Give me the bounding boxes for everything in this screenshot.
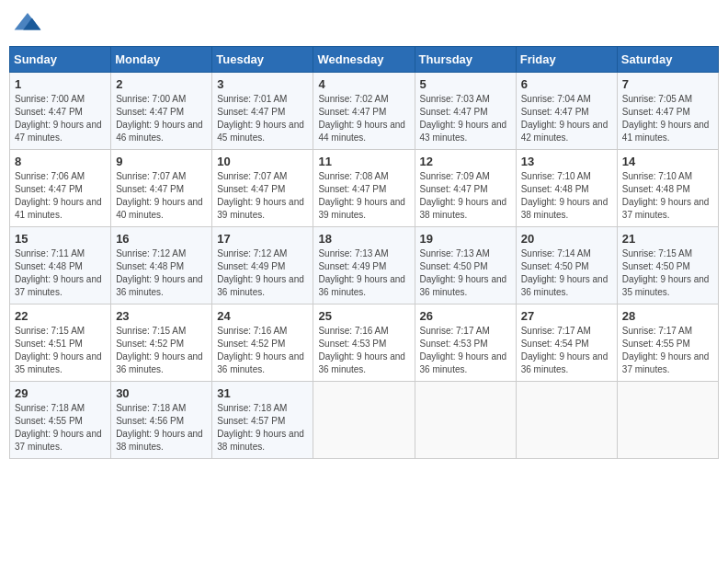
day-info: Sunrise: 7:16 AMSunset: 4:52 PMDaylight:… [217,325,308,376]
day-info: Sunrise: 7:00 AMSunset: 4:47 PMDaylight:… [116,93,207,144]
day-number: 12 [420,155,511,168]
calendar-cell: 26Sunrise: 7:17 AMSunset: 4:53 PMDayligh… [415,304,516,382]
day-info: Sunrise: 7:05 AMSunset: 4:47 PMDaylight:… [622,93,713,144]
calendar-week-row: 15Sunrise: 7:11 AMSunset: 4:48 PMDayligh… [10,227,719,304]
calendar-cell: 17Sunrise: 7:12 AMSunset: 4:49 PMDayligh… [212,227,313,304]
day-number: 31 [217,386,308,400]
calendar-header-row: SundayMondayTuesdayWednesdayThursdayFrid… [10,47,719,73]
weekday-header: Friday [516,47,617,73]
day-number: 23 [116,309,207,323]
day-info: Sunrise: 7:13 AMSunset: 4:49 PMDaylight:… [318,247,409,299]
day-number: 8 [15,155,106,168]
calendar-cell: 23Sunrise: 7:15 AMSunset: 4:52 PMDayligh… [111,304,212,382]
day-info: Sunrise: 7:15 AMSunset: 4:52 PMDaylight:… [116,325,207,376]
calendar-cell: 11Sunrise: 7:08 AMSunset: 4:47 PMDayligh… [313,150,415,227]
day-number: 14 [622,155,713,168]
calendar-week-row: 22Sunrise: 7:15 AMSunset: 4:51 PMDayligh… [10,304,719,382]
day-info: Sunrise: 7:02 AMSunset: 4:47 PMDaylight:… [318,93,409,144]
calendar-cell: 1Sunrise: 7:00 AMSunset: 4:47 PMDaylight… [10,73,111,150]
calendar-table: SundayMondayTuesdayWednesdayThursdayFrid… [9,46,719,459]
day-info: Sunrise: 7:10 AMSunset: 4:48 PMDaylight:… [521,170,612,222]
page-header [9,9,719,39]
day-number: 4 [318,77,409,91]
calendar-cell: 4Sunrise: 7:02 AMSunset: 4:47 PMDaylight… [313,73,415,150]
day-number: 10 [217,155,308,168]
calendar-cell: 24Sunrise: 7:16 AMSunset: 4:52 PMDayligh… [212,304,313,382]
day-info: Sunrise: 7:18 AMSunset: 4:57 PMDaylight:… [217,402,308,454]
day-number: 9 [116,155,207,168]
day-number: 17 [217,232,308,246]
calendar-cell [516,382,617,459]
day-info: Sunrise: 7:12 AMSunset: 4:49 PMDaylight:… [217,247,308,299]
day-info: Sunrise: 7:17 AMSunset: 4:53 PMDaylight:… [420,325,511,376]
day-number: 6 [521,77,612,91]
day-number: 13 [521,155,612,168]
day-info: Sunrise: 7:03 AMSunset: 4:47 PMDaylight:… [420,93,511,144]
calendar-cell: 25Sunrise: 7:16 AMSunset: 4:53 PMDayligh… [313,304,415,382]
day-info: Sunrise: 7:18 AMSunset: 4:56 PMDaylight:… [116,402,207,454]
day-info: Sunrise: 7:09 AMSunset: 4:47 PMDaylight:… [420,170,511,222]
calendar-week-row: 29Sunrise: 7:18 AMSunset: 4:55 PMDayligh… [10,382,719,459]
calendar-cell: 9Sunrise: 7:07 AMSunset: 4:47 PMDaylight… [111,150,212,227]
calendar-cell: 28Sunrise: 7:17 AMSunset: 4:55 PMDayligh… [617,304,718,382]
calendar-cell: 21Sunrise: 7:15 AMSunset: 4:50 PMDayligh… [617,227,718,304]
calendar-cell: 22Sunrise: 7:15 AMSunset: 4:51 PMDayligh… [10,304,111,382]
calendar-cell: 6Sunrise: 7:04 AMSunset: 4:47 PMDaylight… [516,73,617,150]
day-info: Sunrise: 7:15 AMSunset: 4:50 PMDaylight:… [622,247,713,299]
day-number: 1 [15,77,106,91]
day-number: 15 [15,232,106,246]
day-number: 22 [15,309,106,323]
day-number: 28 [622,309,713,323]
day-info: Sunrise: 7:15 AMSunset: 4:51 PMDaylight:… [15,325,106,376]
weekday-header: Sunday [10,47,111,73]
day-number: 30 [116,386,207,400]
calendar-cell: 2Sunrise: 7:00 AMSunset: 4:47 PMDaylight… [111,73,212,150]
day-info: Sunrise: 7:17 AMSunset: 4:54 PMDaylight:… [521,325,612,376]
day-number: 21 [622,232,713,246]
calendar-cell: 5Sunrise: 7:03 AMSunset: 4:47 PMDaylight… [415,73,516,150]
calendar-cell: 12Sunrise: 7:09 AMSunset: 4:47 PMDayligh… [415,150,516,227]
day-number: 25 [318,309,409,323]
calendar-cell: 27Sunrise: 7:17 AMSunset: 4:54 PMDayligh… [516,304,617,382]
calendar-week-row: 1Sunrise: 7:00 AMSunset: 4:47 PMDaylight… [10,73,719,150]
day-info: Sunrise: 7:17 AMSunset: 4:55 PMDaylight:… [622,325,713,376]
day-info: Sunrise: 7:00 AMSunset: 4:47 PMDaylight:… [15,93,106,144]
day-number: 20 [521,232,612,246]
day-number: 18 [318,232,409,246]
day-info: Sunrise: 7:01 AMSunset: 4:47 PMDaylight:… [217,93,308,144]
logo [13,9,46,39]
day-info: Sunrise: 7:16 AMSunset: 4:53 PMDaylight:… [318,325,409,376]
day-info: Sunrise: 7:08 AMSunset: 4:47 PMDaylight:… [318,170,409,222]
calendar-cell: 15Sunrise: 7:11 AMSunset: 4:48 PMDayligh… [10,227,111,304]
day-info: Sunrise: 7:04 AMSunset: 4:47 PMDaylight:… [521,93,612,144]
day-number: 11 [318,155,409,168]
calendar-cell [313,382,415,459]
day-info: Sunrise: 7:14 AMSunset: 4:50 PMDaylight:… [521,247,612,299]
day-info: Sunrise: 7:07 AMSunset: 4:47 PMDaylight:… [116,170,207,222]
day-number: 7 [622,77,713,91]
calendar-week-row: 8Sunrise: 7:06 AMSunset: 4:47 PMDaylight… [10,150,719,227]
calendar-cell [617,382,718,459]
day-info: Sunrise: 7:12 AMSunset: 4:48 PMDaylight:… [116,247,207,299]
calendar-cell [415,382,516,459]
day-number: 27 [521,309,612,323]
day-number: 24 [217,309,308,323]
calendar-cell: 30Sunrise: 7:18 AMSunset: 4:56 PMDayligh… [111,382,212,459]
day-info: Sunrise: 7:06 AMSunset: 4:47 PMDaylight:… [15,170,106,222]
day-info: Sunrise: 7:18 AMSunset: 4:55 PMDaylight:… [15,402,106,454]
weekday-header: Wednesday [313,47,415,73]
weekday-header: Saturday [617,47,718,73]
calendar-cell: 18Sunrise: 7:13 AMSunset: 4:49 PMDayligh… [313,227,415,304]
calendar-cell: 19Sunrise: 7:13 AMSunset: 4:50 PMDayligh… [415,227,516,304]
day-info: Sunrise: 7:11 AMSunset: 4:48 PMDaylight:… [15,247,106,299]
day-number: 3 [217,77,308,91]
calendar-cell: 31Sunrise: 7:18 AMSunset: 4:57 PMDayligh… [212,382,313,459]
calendar-cell: 7Sunrise: 7:05 AMSunset: 4:47 PMDaylight… [617,73,718,150]
day-number: 16 [116,232,207,246]
day-number: 19 [420,232,511,246]
calendar-cell: 10Sunrise: 7:07 AMSunset: 4:47 PMDayligh… [212,150,313,227]
weekday-header: Monday [111,47,212,73]
day-number: 29 [15,386,106,400]
calendar-cell: 29Sunrise: 7:18 AMSunset: 4:55 PMDayligh… [10,382,111,459]
day-info: Sunrise: 7:10 AMSunset: 4:48 PMDaylight:… [622,170,713,222]
